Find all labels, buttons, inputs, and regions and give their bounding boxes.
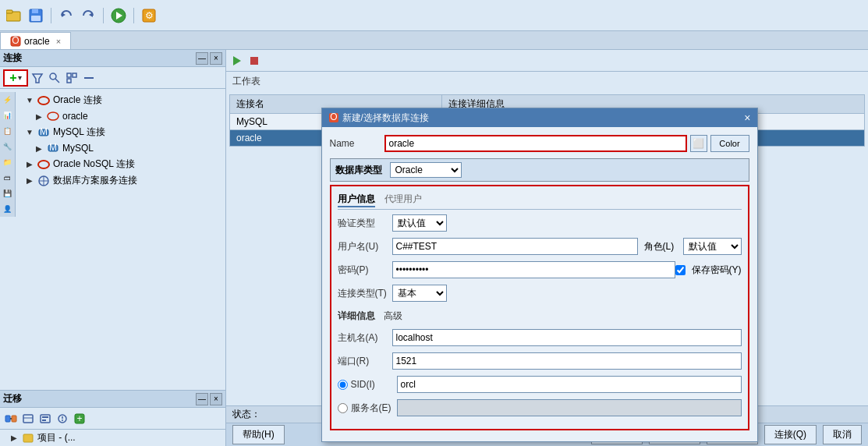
- tree-schema-service[interactable]: ▶ 数据库方案服务连接: [16, 172, 225, 189]
- hostname-label: 主机名(A): [338, 331, 392, 345]
- db-type-select[interactable]: Oracle MySQL PostgreSQL: [390, 162, 462, 178]
- migration-controls: — ×: [196, 393, 222, 405]
- left-icon-4[interactable]: 🔧: [0, 139, 15, 154]
- svg-rect-33: [23, 415, 33, 423]
- svg-text:M: M: [49, 142, 57, 153]
- details-section-label: 详细信息: [338, 310, 375, 321]
- panel-close[interactable]: ×: [210, 52, 222, 65]
- password-label: 密码(P): [338, 264, 392, 277]
- color-button[interactable]: Color: [710, 135, 749, 152]
- play-icon[interactable]: [229, 53, 245, 69]
- svg-rect-45: [250, 57, 258, 65]
- password-input[interactable]: [392, 261, 675, 278]
- svg-rect-19: [84, 77, 94, 79]
- port-input[interactable]: [392, 352, 742, 370]
- search-icon[interactable]: [47, 70, 62, 86]
- top-toolbar: ⚙: [0, 0, 868, 31]
- expand-nosql-icon: ▶: [25, 160, 34, 169]
- oracle-node-label: oracle: [62, 111, 88, 122]
- migration-icon-4[interactable]: [55, 411, 70, 427]
- migration-icon-1[interactable]: [3, 411, 19, 427]
- name-icon-button[interactable]: ⬜: [690, 135, 707, 152]
- migration-close[interactable]: ×: [210, 393, 222, 405]
- new-connection-dialog: O 新建/选择数据库连接 × Name ⬜ Color 数据库类型 Ora: [321, 108, 758, 442]
- username-row: 用户名(U) 角色(L) 默认值 SYSDBA: [338, 238, 742, 255]
- left-icon-6[interactable]: 🗃: [0, 170, 15, 186]
- tree-oracle-conn[interactable]: ▼ Oracle 连接: [16, 92, 225, 108]
- db-type-row: 数据库类型 Oracle MySQL PostgreSQL: [330, 158, 749, 182]
- conn-type-select[interactable]: 基本 TNS: [392, 285, 447, 302]
- svg-point-40: [62, 419, 63, 421]
- oracle-nosql-label: Oracle NoSQL 连接: [53, 158, 135, 171]
- add-connection-button[interactable]: + ▾: [3, 69, 28, 87]
- dialog-close-button[interactable]: ×: [744, 112, 750, 124]
- tab-oracle[interactable]: O oracle ×: [0, 32, 71, 49]
- tree-oracle-nosql[interactable]: ▶ Oracle NoSQL 连接: [16, 156, 225, 172]
- tab-proxy-user[interactable]: 代理用户: [384, 193, 422, 207]
- migration-minimize[interactable]: —: [196, 393, 208, 405]
- service-input[interactable]: [397, 399, 742, 416]
- tree-oracle-node[interactable]: ▶ oracle: [16, 108, 225, 124]
- left-icon-1[interactable]: ⚡: [0, 92, 15, 108]
- run-icon[interactable]: [109, 6, 128, 25]
- left-icon-7[interactable]: 💾: [0, 186, 15, 201]
- migration-project[interactable]: ▶ 项目 - (...: [0, 430, 225, 446]
- sep3: [133, 8, 134, 23]
- hostname-input[interactable]: [392, 329, 742, 346]
- left-icon-8[interactable]: 👤: [0, 201, 15, 217]
- panel-minimize[interactable]: —: [196, 52, 208, 65]
- collapse-icon[interactable]: [81, 70, 97, 86]
- tab-user-info[interactable]: 用户信息: [338, 193, 375, 207]
- sep2: [103, 8, 104, 23]
- migration-icon-3[interactable]: [37, 411, 53, 427]
- svg-rect-37: [42, 419, 46, 421]
- tree-mysql-conn[interactable]: ▼ M MySQL 连接: [16, 124, 225, 140]
- name-input[interactable]: [384, 135, 687, 152]
- left-icon-2[interactable]: 📊: [0, 108, 15, 123]
- main-area: 连接 — × + ▾: [0, 50, 868, 446]
- expand-oracle-icon: ▼: [25, 96, 34, 105]
- svg-text:⚙: ⚙: [145, 10, 154, 21]
- left-icon-5[interactable]: 📁: [0, 154, 15, 170]
- expand-mysql-node-icon: ▶: [34, 143, 44, 153]
- migration-panel: 迁移 — × +: [0, 390, 225, 446]
- service-radio[interactable]: [338, 403, 348, 413]
- db-tab-icon: O: [10, 36, 21, 47]
- dialog-title-text: 新建/选择数据库连接: [342, 112, 429, 125]
- mysql-conn-label: MySQL 连接: [53, 126, 105, 139]
- special-icon[interactable]: ⚙: [140, 6, 158, 25]
- svg-rect-4: [31, 16, 41, 21]
- dialog-title-bar: O 新建/选择数据库连接 ×: [322, 108, 757, 127]
- tree-mysql-node[interactable]: ▶ M MySQL: [16, 140, 225, 156]
- auth-select[interactable]: 默认值 OS认证: [392, 214, 447, 232]
- username-input[interactable]: [392, 238, 638, 255]
- hostname-row: 主机名(A): [338, 329, 742, 346]
- role-select[interactable]: 默认值 SYSDBA: [683, 238, 742, 255]
- tab-close-icon[interactable]: ×: [56, 37, 61, 46]
- migration-toolbar: +: [0, 408, 225, 430]
- username-label: 用户名(U): [338, 240, 392, 253]
- worktable-label: 工作表: [226, 72, 868, 91]
- migration-icon-5[interactable]: +: [72, 411, 87, 427]
- sid-radio[interactable]: [338, 380, 348, 390]
- migration-icon-2[interactable]: [20, 411, 36, 427]
- folder-icon[interactable]: [5, 6, 23, 25]
- sid-input[interactable]: [397, 376, 742, 393]
- svg-rect-16: [67, 73, 71, 77]
- expand-mysql-icon: ▼: [25, 128, 34, 137]
- undo-icon[interactable]: [57, 6, 76, 25]
- port-label: 端口(R): [338, 355, 392, 368]
- role-label: 角色(L): [644, 240, 683, 253]
- stop-icon[interactable]: [246, 53, 262, 69]
- user-section-tabs: 用户信息 代理用户: [338, 193, 742, 210]
- save-password-checkbox[interactable]: [675, 265, 686, 275]
- filter-icon[interactable]: [30, 70, 45, 86]
- redo-icon[interactable]: [79, 6, 97, 25]
- tab-bar: O oracle ×: [0, 31, 868, 50]
- details-header: 详细信息 高级: [338, 308, 742, 324]
- sep1: [51, 8, 51, 23]
- expand-icon[interactable]: [64, 70, 80, 86]
- left-icon-3[interactable]: 📋: [0, 123, 15, 139]
- svg-rect-1: [6, 10, 12, 13]
- save-icon[interactable]: [27, 6, 45, 25]
